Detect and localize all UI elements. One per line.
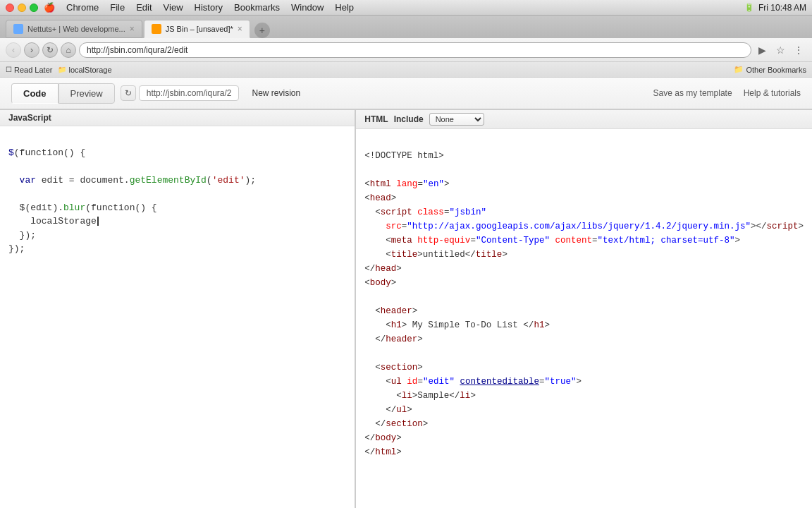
close-button[interactable] (6, 4, 14, 12)
js-line-3: $(edit).blur(function() { (8, 201, 346, 215)
help-tutorials-link[interactable]: Help & tutorials (744, 88, 801, 98)
minimize-button[interactable] (18, 4, 26, 12)
html-editor[interactable]: <!DOCTYPE html> <html lang="en"> <head> … (356, 129, 812, 508)
help-menu[interactable]: Help (335, 2, 354, 13)
other-bookmarks-label: Other Bookmarks (746, 66, 806, 74)
toolbar-right: Save as my template Help & tutorials (653, 88, 801, 98)
tab-jsbin[interactable]: JS Bin – [unsaved]* × (144, 20, 250, 38)
bookmark-local-storage[interactable]: 📁 localStorage (58, 66, 111, 74)
nettuts-favicon (13, 24, 23, 34)
tab-bar: Nettuts+ | Web developme... × JS Bin – [… (0, 16, 812, 38)
js-panel-header: JavaScript (0, 110, 355, 126)
forward-button[interactable]: › (24, 42, 39, 58)
editor-url: http://jsbin.com/iqura/2 (139, 85, 240, 101)
bookmarks-bar: ☐ Read Later 📁 localStorage 📁 Other Book… (0, 62, 812, 78)
view-menu[interactable]: View (164, 2, 183, 13)
maximize-button[interactable] (30, 4, 38, 12)
bookmarks-right: 📁 Other Bookmarks (734, 65, 806, 74)
navbar: ‹ › ↻ ⌂ http://jsbin.com/iqura/2/edit ▶ … (0, 38, 812, 62)
html-panel: HTML Include None jQuery jQuery UI MooTo… (356, 110, 812, 508)
tab-jsbin-close[interactable]: × (238, 25, 242, 33)
bookmark-star[interactable]: ⋮ (791, 42, 806, 58)
other-bookmarks[interactable]: 📁 Other Bookmarks (734, 65, 806, 74)
js-line-blank (8, 132, 346, 146)
include-label: Include (394, 114, 424, 124)
back-button[interactable]: ‹ (6, 42, 21, 58)
tab-jsbin-label: JS Bin – [unsaved]* (166, 25, 233, 33)
apple-menu[interactable]: 🍎 (44, 2, 55, 13)
tab-nettuts[interactable]: Nettuts+ | Web developme... × (6, 20, 142, 38)
bookmark-read-later[interactable]: ☐ Read Later (6, 66, 52, 74)
titlebar: 🍎 Chrome File Edit View History Bookmark… (0, 0, 812, 16)
chrome-menu[interactable]: Chrome (66, 2, 99, 13)
tab-nettuts-close[interactable]: × (130, 25, 135, 33)
bookmarks-menu[interactable]: Bookmarks (234, 2, 280, 13)
tab-nettuts-label: Nettuts+ | Web developme... (27, 25, 125, 33)
new-revision-button[interactable]: New revision (245, 85, 307, 101)
app: Code Preview ↻ http://jsbin.com/iqura/2 … (0, 78, 812, 508)
js-line-5: }); (8, 229, 346, 243)
js-line-4: localStorage (8, 214, 346, 229)
file-menu[interactable]: File (110, 2, 125, 13)
history-menu[interactable]: History (195, 2, 223, 13)
js-line-2: var edit = document.getElementById('edit… (8, 174, 346, 188)
editor-panels: JavaScript $(function() { var edit = doc… (0, 110, 812, 508)
editor-toolbar: Code Preview ↻ http://jsbin.com/iqura/2 … (0, 78, 812, 110)
window-menu[interactable]: Window (291, 2, 324, 13)
folder-icon: 📁 (58, 66, 66, 73)
bookmark-local-storage-label: localStorage (68, 66, 111, 74)
js-line-blank2 (8, 159, 346, 174)
jsbin-favicon (152, 24, 161, 34)
bookmark-read-later-label: Read Later (14, 66, 52, 74)
html-panel-header: HTML Include None jQuery jQuery UI MooTo… (356, 110, 812, 129)
preview-tab[interactable]: Preview (59, 83, 115, 104)
edit-menu[interactable]: Edit (136, 2, 152, 13)
include-select[interactable]: None jQuery jQuery UI MooTools Prototype (429, 113, 484, 126)
new-tab-button[interactable]: + (254, 23, 270, 38)
page-run-button[interactable]: ▶ (754, 42, 770, 58)
menu-bar: 🍎 Chrome File Edit View History Bookmark… (44, 2, 354, 13)
code-tab[interactable]: Code (11, 83, 59, 104)
js-line-1: $(function() { (8, 146, 346, 160)
url-text: http://jsbin.com/iqura/2/edit (87, 45, 744, 55)
refresh-button[interactable]: ↻ (42, 42, 58, 58)
javascript-panel: JavaScript $(function() { var edit = doc… (0, 110, 356, 508)
url-bar[interactable]: http://jsbin.com/iqura/2/edit (79, 42, 751, 58)
clock: 🔋 Fri 10:48 AM (744, 3, 806, 13)
other-bookmarks-icon: 📁 (734, 65, 744, 74)
js-editor[interactable]: $(function() { var edit = document.getEl… (0, 126, 355, 508)
home-button[interactable]: ⌂ (61, 42, 76, 58)
read-later-icon: ☐ (6, 66, 12, 73)
window-controls[interactable] (6, 4, 38, 12)
extensions-button[interactable]: ☆ (773, 42, 788, 58)
editor-refresh-button[interactable]: ↻ (121, 85, 136, 101)
js-line-blank3 (8, 187, 346, 201)
js-line-6: }); (8, 242, 346, 256)
save-template-link[interactable]: Save as my template (653, 88, 732, 98)
